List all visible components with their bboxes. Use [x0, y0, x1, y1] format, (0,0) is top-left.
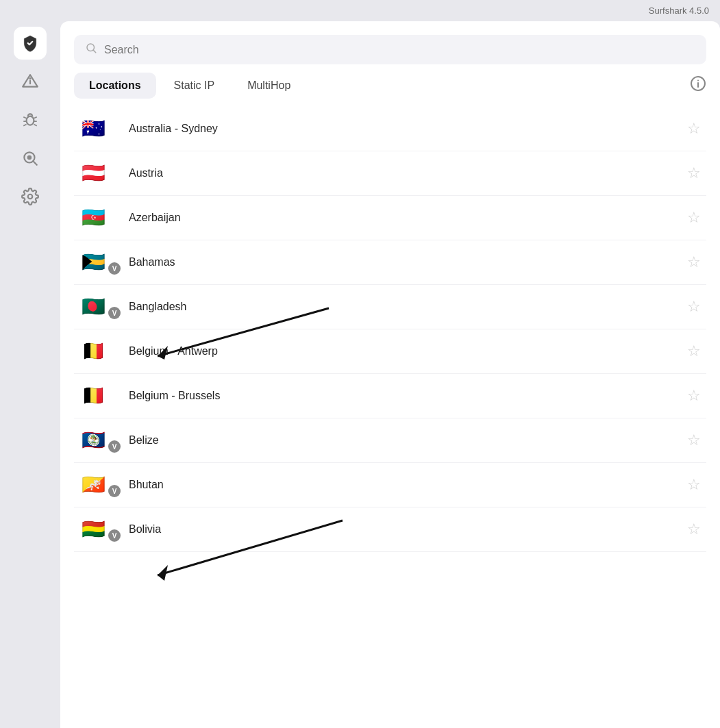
location-item-austria[interactable]: 🇦🇹Austria☆: [74, 151, 706, 196]
star-button-australia-sydney[interactable]: ☆: [687, 120, 701, 138]
star-button-bolivia[interactable]: ☆: [687, 520, 701, 538]
svg-line-8: [34, 125, 36, 126]
location-name-bahamas: Bahamas: [129, 256, 682, 268]
search-wrapper[interactable]: [74, 35, 706, 64]
star-button-bahamas[interactable]: ☆: [687, 253, 701, 271]
location-item-bolivia[interactable]: 🇧🇴VBolivia☆: [74, 507, 706, 552]
svg-line-14: [93, 50, 95, 52]
v-badge-bangladesh: V: [108, 307, 121, 319]
location-item-belize[interactable]: 🇧🇿VBelize☆: [74, 418, 706, 463]
location-name-belgium-antwerp: Belgium - Antwerp: [129, 345, 682, 357]
location-name-bolivia: Bolivia: [129, 523, 682, 536]
flag-bolivia: 🇧🇴V: [79, 520, 118, 539]
svg-point-2: [27, 116, 34, 125]
v-badge-belize: V: [108, 440, 121, 453]
location-item-belgium-brussels[interactable]: 🇧🇪Belgium - Brussels☆: [74, 374, 706, 418]
location-name-bangladesh: Bangladesh: [129, 301, 682, 313]
info-icon[interactable]: [690, 75, 706, 96]
main-panel: Locations Static IP MultiHop 🇦🇺Australia…: [60, 21, 720, 728]
sidebar-icon-alert[interactable]: [14, 65, 47, 98]
sidebar: [0, 21, 60, 728]
sidebar-icon-masked-search[interactable]: [14, 142, 47, 175]
location-item-bahamas[interactable]: 🇧🇸VBahamas☆: [74, 240, 706, 285]
location-item-bhutan[interactable]: 🇧🇹VBhutan☆: [74, 463, 706, 507]
svg-line-3: [23, 117, 26, 118]
location-item-australia-sydney[interactable]: 🇦🇺Australia - Sydney☆: [74, 107, 706, 151]
v-badge-bolivia: V: [108, 529, 121, 542]
flag-bahamas: 🇧🇸V: [79, 253, 118, 272]
location-list: 🇦🇺Australia - Sydney☆🇦🇹Austria☆🇦🇿Azerbai…: [60, 107, 720, 728]
star-button-belgium-antwerp[interactable]: ☆: [687, 342, 701, 360]
svg-point-0: [29, 77, 31, 79]
flag-bhutan: 🇧🇹V: [79, 475, 118, 494]
svg-point-12: [28, 194, 33, 199]
flag-belgium-brussels: 🇧🇪: [79, 386, 118, 405]
tab-static-ip[interactable]: Static IP: [159, 73, 230, 99]
star-button-austria[interactable]: ☆: [687, 164, 701, 182]
svg-line-6: [34, 117, 36, 118]
svg-point-17: [697, 80, 699, 81]
location-name-australia-sydney: Australia - Sydney: [129, 123, 682, 135]
tabs-bar: Locations Static IP MultiHop: [60, 73, 720, 107]
location-item-belgium-antwerp[interactable]: 🇧🇪Belgium - Antwerp☆: [74, 329, 706, 374]
location-name-bhutan: Bhutan: [129, 479, 682, 491]
flag-austria: 🇦🇹: [79, 164, 118, 183]
search-input[interactable]: [104, 44, 695, 56]
location-name-belgium-brussels: Belgium - Brussels: [129, 390, 682, 402]
sidebar-icon-bug[interactable]: [14, 103, 47, 136]
star-button-bhutan[interactable]: ☆: [687, 476, 701, 494]
flag-bangladesh: 🇧🇩V: [79, 297, 118, 316]
v-badge-bhutan: V: [108, 485, 121, 497]
search-bar: [60, 21, 720, 73]
star-button-azerbaijan[interactable]: ☆: [687, 209, 701, 227]
sidebar-icon-shield[interactable]: [14, 27, 47, 60]
search-icon: [85, 42, 97, 58]
svg-point-11: [27, 155, 32, 160]
sidebar-icon-settings[interactable]: [14, 180, 47, 213]
version-label: Surfshark 4.5.0: [649, 5, 709, 16]
flag-belize: 🇧🇿V: [79, 431, 118, 450]
location-item-bangladesh[interactable]: 🇧🇩VBangladesh☆: [74, 285, 706, 329]
star-button-bangladesh[interactable]: ☆: [687, 298, 701, 316]
location-name-austria: Austria: [129, 167, 682, 179]
star-button-belize[interactable]: ☆: [687, 431, 701, 449]
location-name-azerbaijan: Azerbaijan: [129, 212, 682, 224]
flag-belgium-antwerp: 🇧🇪: [79, 342, 118, 361]
v-badge-bahamas: V: [108, 262, 121, 275]
location-name-belize: Belize: [129, 434, 682, 447]
star-button-belgium-brussels[interactable]: ☆: [687, 387, 701, 405]
svg-line-5: [23, 125, 26, 126]
tab-multihop[interactable]: MultiHop: [232, 73, 306, 99]
svg-line-10: [33, 161, 36, 164]
flag-australia-sydney: 🇦🇺: [79, 119, 118, 138]
flag-azerbaijan: 🇦🇿: [79, 208, 118, 227]
location-item-azerbaijan[interactable]: 🇦🇿Azerbaijan☆: [74, 196, 706, 240]
tab-locations[interactable]: Locations: [74, 73, 156, 99]
